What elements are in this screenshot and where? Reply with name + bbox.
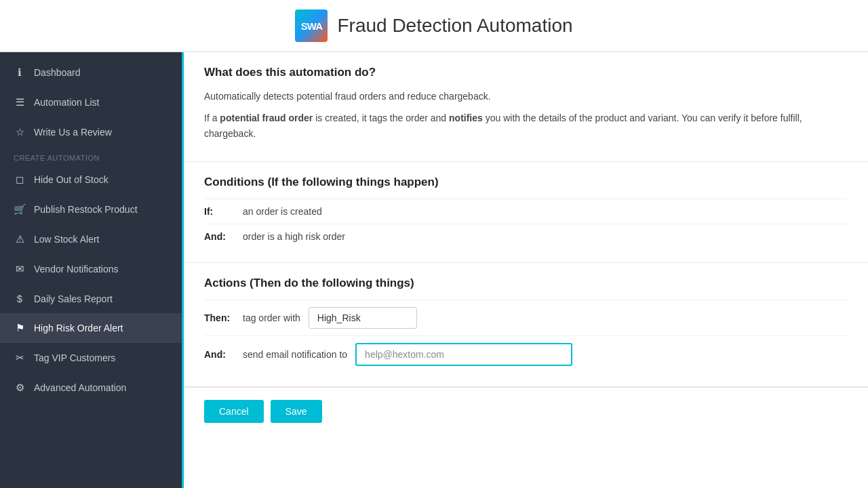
list-icon: ☰ (14, 96, 26, 108)
flag-icon: ⚑ (14, 322, 26, 334)
actions-section: Actions (Then do the following things) T… (184, 263, 868, 387)
main-layout: ℹ Dashboard ☰ Automation List ☆ Write Us… (0, 52, 868, 488)
sidebar-item-write-review[interactable]: ☆ Write Us a Review (0, 117, 182, 147)
condition-and-label: And: (204, 231, 235, 242)
create-automation-label: CREATE AUTOMATION (0, 147, 182, 165)
action-row-1: Then: tag order with (204, 300, 848, 336)
what-section: What does this automation do? Automatica… (184, 52, 868, 162)
sidebar-item-advanced-automation[interactable]: ⚙ Advanced Automation (0, 373, 182, 403)
app-logo: SWA (295, 9, 328, 42)
sidebar-item-publish-restock[interactable]: 🛒 Publish Restock Product (0, 195, 182, 224)
description-1: Automatically detects potential fraud or… (204, 89, 848, 104)
sidebar-item-automation-list[interactable]: ☰ Automation List (0, 87, 182, 117)
sidebar-item-high-risk[interactable]: ⚑ High Risk Order Alert (0, 313, 182, 343)
condition-row-2: And: order is a high risk order (204, 224, 848, 249)
sidebar-item-dashboard[interactable]: ℹ Dashboard (0, 58, 182, 87)
main-content: What does this automation do? Automatica… (182, 52, 868, 488)
bold-fraud-order: potential fraud order (220, 113, 313, 123)
condition-and-text: order is a high risk order (243, 231, 345, 242)
actions-title: Actions (Then do the following things) (204, 277, 848, 290)
description-2: If a potential fraud order is created, i… (204, 110, 848, 141)
box-icon: ◻ (14, 174, 26, 186)
sidebar-item-tag-vip[interactable]: ✂ Tag VIP Customers (0, 343, 182, 373)
envelope-icon: ✉ (14, 263, 26, 275)
action-and-label: And: (204, 349, 235, 360)
button-row: Cancel Save (184, 387, 868, 435)
action-then-text: tag order with (243, 312, 300, 323)
action-row-2: And: send email notification to (204, 336, 848, 373)
action-and-text: send email notification to (243, 349, 347, 360)
page-title: Fraud Detection Automation (337, 15, 572, 37)
email-input[interactable] (355, 343, 572, 366)
sidebar-item-daily-sales[interactable]: $ Daily Sales Report (0, 284, 182, 313)
condition-row-1: If: an order is created (204, 199, 848, 224)
sidebar: ℹ Dashboard ☰ Automation List ☆ Write Us… (0, 52, 182, 488)
dollar-icon: $ (14, 293, 26, 304)
conditions-title: Conditions (If the following things happ… (204, 176, 848, 189)
action-then-label: Then: (204, 312, 235, 323)
save-button[interactable]: Save (271, 400, 322, 423)
what-section-title: What does this automation do? (204, 66, 848, 79)
condition-if-label: If: (204, 206, 235, 217)
star-icon: ☆ (14, 126, 26, 138)
gear-icon: ⚙ (14, 382, 26, 394)
tag-icon: ✂ (14, 352, 26, 364)
tag-input[interactable] (309, 307, 417, 329)
sidebar-item-low-stock-alert[interactable]: ⚠ Low Stock Alert (0, 224, 182, 254)
sidebar-item-hide-out-of-stock[interactable]: ◻ Hide Out of Stock (0, 165, 182, 195)
info-icon: ℹ (14, 66, 26, 79)
cart-icon: 🛒 (14, 203, 26, 216)
warning-icon: ⚠ (14, 233, 26, 245)
cancel-button[interactable]: Cancel (204, 400, 264, 423)
conditions-section: Conditions (If the following things happ… (184, 162, 868, 263)
app-header: SWA Fraud Detection Automation (0, 0, 868, 52)
bold-notifies: notifies (449, 113, 483, 123)
sidebar-item-vendor-notifications[interactable]: ✉ Vendor Notifications (0, 254, 182, 284)
condition-if-text: an order is created (243, 206, 322, 217)
